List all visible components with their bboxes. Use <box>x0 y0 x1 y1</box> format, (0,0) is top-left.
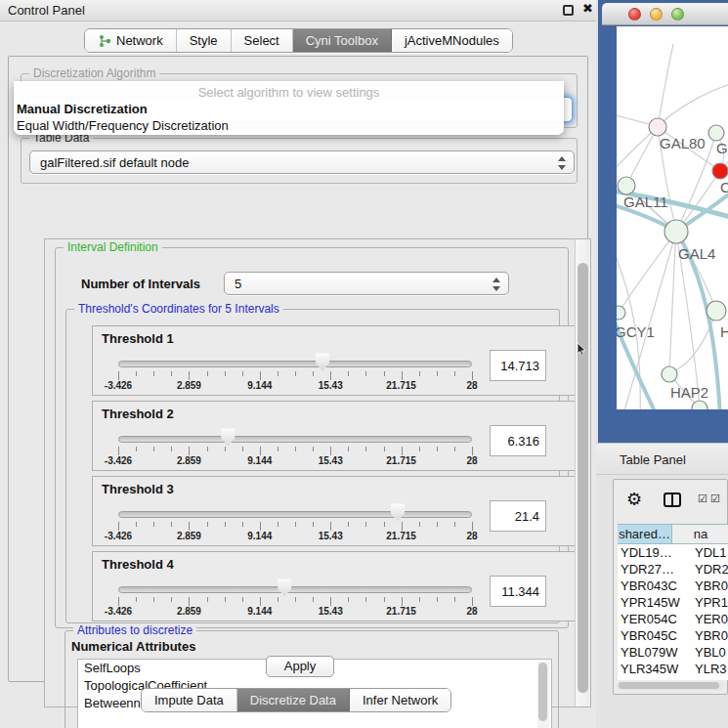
minimize-traffic-light-icon[interactable] <box>650 8 663 21</box>
cell-shared-name: YBL079W <box>618 644 691 661</box>
algorithm-option[interactable]: Equal Width/Frequency Discretization <box>14 117 564 134</box>
threshold-slider-track[interactable] <box>118 511 472 518</box>
tab-infer-network[interactable]: Infer Network <box>350 689 450 711</box>
top-tab-bar: NetworkStyleSelectCyni ToolboxjActiveMNo… <box>84 28 513 53</box>
algorithm-dropdown-popup: Select algorithm to view settings Manual… <box>14 81 564 135</box>
tab-select[interactable]: Select <box>232 29 293 52</box>
control-panel-titlebar: Control Panel ✖ <box>0 0 596 21</box>
threshold-slider-thumb[interactable] <box>220 428 236 447</box>
network-edge[interactable] <box>619 232 676 313</box>
network-node[interactable] <box>662 366 677 382</box>
slider-scale-labels: -3.4262.8599.14415.4321.71528 <box>118 606 472 619</box>
table-row[interactable]: YLR345WYLR3 <box>618 661 728 677</box>
tab-label: Infer Network <box>363 693 438 707</box>
threshold-slider-thumb[interactable] <box>315 353 330 371</box>
table-panel-title: Table Panel <box>620 452 686 467</box>
number-of-intervals-combobox[interactable]: 5 <box>224 272 509 295</box>
interval-definition-title: Interval Definition <box>64 240 162 254</box>
network-node-label: GAL4 <box>678 245 715 262</box>
tab-cyni-toolbox[interactable]: Cyni Toolbox <box>293 29 392 52</box>
network-node[interactable] <box>707 301 726 321</box>
numerical-attributes-label: Numerical Attributes <box>71 639 195 654</box>
cell-shared-name: YBR045C <box>618 627 691 644</box>
zoom-traffic-light-icon[interactable] <box>671 8 684 21</box>
network-node[interactable] <box>664 220 688 243</box>
network-edge[interactable] <box>658 83 728 127</box>
thresholds-group: Threshold's Coordinates for 5 Intervals … <box>65 309 560 623</box>
gear-icon[interactable]: ⚙ <box>626 489 642 510</box>
cell-name: YLR3 <box>691 661 728 677</box>
network-node[interactable] <box>708 125 724 141</box>
threshold-value-field[interactable] <box>490 350 546 381</box>
close-traffic-light-icon[interactable] <box>628 8 641 21</box>
table-horizontal-scrollbar[interactable] <box>617 681 724 690</box>
network-node-label: GAL11 <box>623 193 668 210</box>
algorithm-prompt-item[interactable]: Select algorithm to view settings <box>14 84 564 101</box>
slider-scale-labels: -3.4262.8599.14415.4321.71528 <box>118 531 472 543</box>
algorithm-option[interactable]: Manual Discretization <box>14 101 564 117</box>
network-node[interactable] <box>617 306 625 320</box>
table-data-value: galFiltered.sif default node <box>40 155 189 170</box>
network-node[interactable] <box>712 163 728 179</box>
tab-label: Style <box>190 33 218 48</box>
table-row[interactable]: YDL19…YDL1 <box>618 544 728 561</box>
tab-label: Impute Data <box>154 693 224 707</box>
table-toolbar: ⚙ ☑ ☑ <box>614 480 727 521</box>
network-window-titlebar <box>602 3 728 25</box>
tab-style[interactable]: Style <box>177 29 232 52</box>
table-data-combobox[interactable]: galFiltered.sif default node <box>29 150 575 174</box>
threshold-slider-thumb[interactable] <box>277 578 292 597</box>
threshold-value-field[interactable] <box>490 576 546 607</box>
float-window-icon[interactable] <box>563 5 574 16</box>
tab-label: jActiveMNodules <box>405 33 499 48</box>
table-header-row: shared… na <box>618 524 728 544</box>
threshold-slider-track[interactable] <box>118 436 472 443</box>
cell-name: YDL1 <box>691 544 728 561</box>
table-row[interactable]: YBR043CYBR0 <box>618 578 728 594</box>
network-node-label: GAL80 <box>660 135 706 151</box>
threshold-slider-track[interactable] <box>118 586 472 593</box>
list-scrollbar[interactable] <box>537 662 549 728</box>
checkbox-checked-icon[interactable]: ☑ <box>710 492 720 505</box>
checkbox-checked-icon[interactable]: ☑ <box>698 492 707 505</box>
table-row[interactable]: YIL052CYIL0 <box>618 677 728 680</box>
threshold-slider-thumb[interactable] <box>390 503 406 522</box>
network-edge[interactable] <box>622 232 676 409</box>
table-row[interactable]: YPR145WYPR1 <box>618 594 728 611</box>
column-header-name[interactable]: na <box>672 525 728 543</box>
bottom-tab-bar: Impute DataDiscretize DataInfer Network <box>141 688 451 712</box>
threshold-panel: Threshold 4-3.4262.8599.14415.4321.71528 <box>92 551 578 621</box>
table-row[interactable]: YDR27…YDR2 <box>618 561 728 578</box>
tab-impute-data[interactable]: Impute Data <box>142 689 237 711</box>
table-row[interactable]: YBL079WYBL0 <box>618 644 728 661</box>
threshold-value-field[interactable] <box>490 500 546 532</box>
network-icon <box>98 34 111 48</box>
node-table: shared… na YDL19…YDL1YDR27…YDR2YBR043CYB… <box>618 524 728 680</box>
threshold-panel: Threshold 1-3.4262.8599.14415.4321.71528 <box>92 325 578 396</box>
table-row[interactable]: YBR045CYBR0 <box>618 627 728 644</box>
network-canvas[interactable]: GAL80GACGAL11GAL4GCY1HHAP2 <box>617 26 728 409</box>
tab-network[interactable]: Network <box>85 29 177 52</box>
threshold-slider-track[interactable] <box>118 361 472 367</box>
tab-jactivemnodules[interactable]: jActiveMNodules <box>392 29 512 52</box>
tab-label: Network <box>116 33 163 48</box>
cyni-toolbox-pane: Discretization Algorithm Table Data galF… <box>8 56 588 682</box>
tab-label: Select <box>244 33 279 48</box>
apply-button[interactable]: Apply <box>266 656 334 677</box>
column-header-shared-name[interactable]: shared… <box>618 525 672 543</box>
columns-icon[interactable] <box>664 492 681 507</box>
network-node[interactable] <box>618 177 635 194</box>
table-row[interactable]: YER054CYER0 <box>618 611 728 627</box>
threshold-label: Threshold 2 <box>102 407 174 421</box>
table-data-group: Table Data galFiltered.sif default node <box>21 138 578 184</box>
control-panel-window: Control Panel ✖ NetworkStyleSelectCyni T… <box>0 0 596 728</box>
network-node[interactable] <box>649 118 666 136</box>
cell-shared-name: YDR27… <box>618 561 691 578</box>
cell-shared-name: YLR345W <box>618 661 691 677</box>
network-node-label: GA <box>716 140 728 156</box>
tab-discretize-data[interactable]: Discretize Data <box>237 689 350 711</box>
network-edge[interactable] <box>626 127 658 186</box>
close-icon[interactable]: ✖ <box>582 1 593 16</box>
settings-vertical-scrollbar[interactable] <box>575 239 590 707</box>
threshold-value-field[interactable] <box>490 425 546 456</box>
